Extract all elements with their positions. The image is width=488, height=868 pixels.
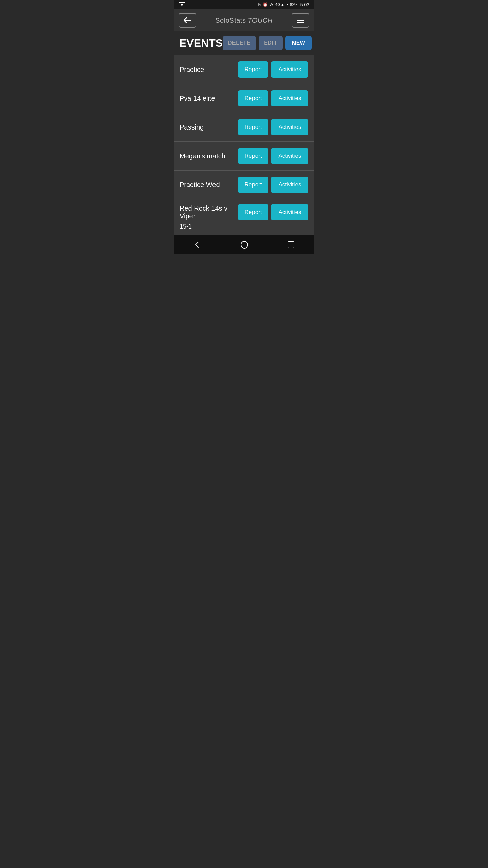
table-row: Pva 14 elite Report Activities bbox=[174, 84, 314, 113]
bottom-nav-bar bbox=[174, 235, 314, 254]
back-button[interactable] bbox=[179, 13, 196, 28]
activities-button[interactable]: Activities bbox=[271, 90, 308, 106]
wifi-icon: ⊙ bbox=[270, 2, 273, 7]
back-nav-button[interactable] bbox=[185, 238, 209, 252]
event-actions: Report Activities bbox=[238, 61, 308, 78]
bluetooth-icon: ⎘ bbox=[258, 2, 261, 7]
activities-button[interactable]: Activities bbox=[271, 148, 308, 164]
edit-button[interactable]: EDIT bbox=[259, 36, 282, 50]
report-button[interactable]: Report bbox=[238, 90, 268, 106]
event-name: Practice Wed bbox=[180, 181, 238, 189]
hamburger-line-2 bbox=[297, 20, 304, 21]
home-nav-button[interactable] bbox=[232, 238, 257, 252]
event-actions: Report Activities bbox=[238, 204, 308, 220]
event-actions: Report Activities bbox=[238, 148, 308, 164]
battery-percent: 82% bbox=[290, 2, 298, 7]
report-button[interactable]: Report bbox=[238, 61, 268, 78]
header-actions: DELETE EDIT NEW bbox=[223, 36, 312, 50]
nav-bar: SoloStats TOUCH bbox=[174, 9, 314, 31]
event-name: Megan's match bbox=[180, 152, 238, 160]
event-name: Passing bbox=[180, 123, 238, 131]
report-button[interactable]: Report bbox=[238, 119, 268, 135]
event-name: Practice bbox=[180, 66, 238, 74]
event-name: Pva 14 elite bbox=[180, 95, 238, 102]
status-left: 9 bbox=[179, 2, 185, 7]
delete-button[interactable]: DELETE bbox=[223, 36, 256, 50]
page-title: EVENTS bbox=[179, 37, 223, 50]
svg-rect-1 bbox=[288, 242, 294, 248]
report-button[interactable]: Report bbox=[238, 148, 268, 164]
events-list: Practice Report Activities Pva 14 elite … bbox=[174, 55, 314, 235]
table-row: Practice Wed Report Activities bbox=[174, 171, 314, 199]
activities-button[interactable]: Activities bbox=[271, 204, 308, 220]
menu-button[interactable] bbox=[292, 13, 309, 28]
table-row: Practice Report Activities bbox=[174, 55, 314, 84]
new-button[interactable]: NEW bbox=[285, 36, 312, 50]
signal-icon: 4G▲ bbox=[275, 2, 285, 7]
alarm-icon: ⏰ bbox=[263, 2, 268, 7]
event-actions: Report Activities bbox=[238, 119, 308, 135]
table-row: Passing Report Activities bbox=[174, 113, 314, 142]
table-row: Megan's match Report Activities bbox=[174, 142, 314, 171]
hamburger-line-3 bbox=[297, 22, 304, 23]
status-right: ⎘ ⏰ ⊙ 4G▲ ▪ 82% 5:03 bbox=[258, 2, 309, 7]
activities-button[interactable]: Activities bbox=[271, 119, 308, 135]
recents-nav-button[interactable] bbox=[279, 238, 303, 251]
battery-icon: ▪ bbox=[286, 2, 288, 7]
svg-point-0 bbox=[241, 241, 248, 248]
activities-button[interactable]: Activities bbox=[271, 61, 308, 78]
event-name: Red Rock 14s v Viper bbox=[180, 204, 238, 220]
event-actions: Report Activities bbox=[238, 90, 308, 106]
report-button[interactable]: Report bbox=[238, 204, 268, 220]
table-row: Red Rock 14s v Viper Report Activities 1… bbox=[174, 199, 314, 235]
event-actions: Report Activities bbox=[238, 177, 308, 193]
event-score: 15-1 bbox=[180, 223, 192, 230]
activities-button[interactable]: Activities bbox=[271, 177, 308, 193]
battery-status-icon: 9 bbox=[179, 2, 185, 7]
hamburger-line-1 bbox=[297, 18, 304, 18]
page-header: EVENTS DELETE EDIT NEW bbox=[174, 31, 314, 55]
report-button[interactable]: Report bbox=[238, 177, 268, 193]
status-bar: 9 ⎘ ⏰ ⊙ 4G▲ ▪ 82% 5:03 bbox=[174, 0, 314, 9]
app-title: SoloStats TOUCH bbox=[215, 17, 272, 24]
status-time: 5:03 bbox=[300, 2, 309, 7]
